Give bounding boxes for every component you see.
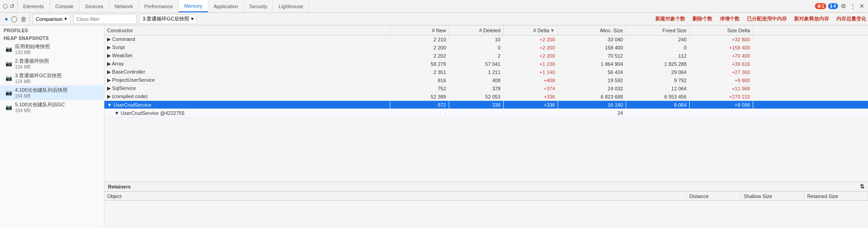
tab-elements[interactable]: Elements bbox=[18, 0, 50, 12]
cell-alloc: 1 864 904 bbox=[558, 60, 626, 68]
cell-new: 816 bbox=[390, 76, 449, 84]
devtools-back-icon[interactable]: ⬡ bbox=[3, 3, 8, 10]
table-row[interactable]: ▶ Script 2 200 0 +2 200 158 400 0 +158 4… bbox=[104, 44, 868, 52]
cell-alloc: 33 040 bbox=[558, 35, 626, 43]
cell-deleted: 10 bbox=[449, 35, 504, 43]
cell-deleted: 336 bbox=[449, 101, 504, 109]
cell-constructor: ▶ Script bbox=[104, 44, 390, 51]
cell-constructor: ▶ Array bbox=[104, 60, 390, 68]
th-size-delta[interactable]: Size Delta bbox=[690, 25, 753, 35]
stop-icon[interactable]: ◯ bbox=[11, 15, 18, 22]
table-row[interactable]: ▶ ProjectUserService 816 408 +408 19 592… bbox=[104, 76, 868, 84]
rth-object: Object bbox=[104, 192, 687, 200]
cell-deleted bbox=[449, 109, 504, 117]
cell-size-delta bbox=[690, 109, 753, 117]
snapshot-size-1: 133 MB bbox=[15, 50, 50, 55]
cell-new: 52 389 bbox=[390, 93, 449, 100]
cell-new: 2 210 bbox=[390, 35, 449, 43]
rth-retained: Retained Size bbox=[804, 192, 868, 200]
cell-constructor: ▼ UserCrudService bbox=[104, 101, 390, 109]
cell-size-delta: +70 400 bbox=[690, 52, 753, 59]
cell-new: · bbox=[390, 109, 449, 117]
sidebar-item-snapshot-1[interactable]: 📷 应用初始堆快照 133 MB bbox=[0, 42, 104, 56]
snapshot-icon-1: 📷 bbox=[5, 46, 12, 52]
class-filter-input[interactable] bbox=[73, 14, 137, 24]
sidebar-item-snapshot-3[interactable]: 📷 3.普通循环GC后快照 134 MB bbox=[0, 71, 104, 85]
devtools-top-bar: ⬡ ↺ Elements Console Sources Network Per… bbox=[0, 0, 868, 13]
snapshot-icon-5: 📷 bbox=[5, 104, 12, 110]
cell-size-delta: +11 968 bbox=[690, 84, 753, 92]
th-alloc[interactable]: Alloc. Size bbox=[558, 25, 626, 35]
cell-delta: +408 bbox=[504, 76, 558, 84]
cell-size-delta: +32 800 bbox=[690, 35, 753, 43]
cell-alloc: 56 424 bbox=[558, 68, 626, 76]
cell-freed: 9 792 bbox=[626, 76, 690, 84]
devtools-forward-icon[interactable]: ↺ bbox=[10, 3, 15, 10]
settings-icon[interactable]: ⚙ bbox=[840, 2, 847, 10]
table-row[interactable]: ▼ UserCrudService 672 336 +336 16 160 8 … bbox=[104, 101, 868, 109]
tab-performance[interactable]: Performance bbox=[139, 0, 179, 12]
col-label-delta: 净增个数 bbox=[720, 15, 740, 22]
tab-memory[interactable]: Memory bbox=[179, 0, 208, 12]
cell-alloc: 70 512 bbox=[558, 52, 626, 59]
th-deleted[interactable]: # Deleted bbox=[449, 25, 504, 35]
cell-alloc: 6 823 688 bbox=[558, 93, 626, 100]
more-icon[interactable]: ⋮ bbox=[849, 2, 857, 10]
cell-freed: 1 825 288 bbox=[626, 60, 690, 68]
tab-application[interactable]: Application bbox=[208, 0, 244, 12]
retainers-title: Retainers bbox=[108, 184, 131, 189]
snapshot-name-4: 4.100次创建队列后快照 bbox=[15, 87, 68, 94]
col-label-freed: 新对象释放内存 bbox=[794, 15, 829, 22]
cell-freed: 240 bbox=[626, 35, 690, 43]
cell-delta: +2 200 bbox=[504, 35, 558, 43]
sidebar-item-snapshot-4[interactable]: 📷 4.100次创建队列后快照 164 MB bbox=[0, 85, 104, 100]
tab-network[interactable]: Network bbox=[109, 0, 139, 12]
table-row[interactable]: ▶ Command 2 210 10 +2 200 33 040 240 +32… bbox=[104, 35, 868, 44]
comparison-dropdown[interactable]: Comparison ▾ bbox=[33, 14, 70, 24]
cell-new: 2 200 bbox=[390, 44, 449, 51]
table-row[interactable]: ▶ (compiled code) 52 389 52 053 +336 6 8… bbox=[104, 93, 868, 101]
table-row[interactable]: ▶ WeakSet 2 202 2 +2 200 70 512 112 +70 … bbox=[104, 52, 868, 60]
cell-deleted: 408 bbox=[449, 76, 504, 84]
rth-distance: Distance bbox=[687, 192, 741, 200]
top-right-controls: ⊗1 ℹ4 ⚙ ⋮ ✕ bbox=[812, 2, 868, 10]
cell-constructor: ▶ (compiled code) bbox=[104, 93, 390, 100]
cell-size-delta: +9 800 bbox=[690, 76, 753, 84]
th-delta[interactable]: # Delta ▼ bbox=[504, 25, 558, 35]
cell-delta: +336 bbox=[504, 101, 558, 109]
cell-deleted: 378 bbox=[449, 84, 504, 92]
rth-shallow: Shallow Size bbox=[741, 192, 804, 200]
cell-new: 752 bbox=[390, 84, 449, 92]
tab-console[interactable]: Console bbox=[50, 0, 79, 12]
memory-toolbar: ● ◯ 🗑 Comparison ▾ 3.普通循环GC后快照 ▾ 新建对象个数 … bbox=[0, 13, 868, 25]
th-freed[interactable]: Freed Size bbox=[626, 25, 690, 35]
table-row[interactable]: ▶ Array 58 279 57 041 +1 238 1 864 904 1… bbox=[104, 60, 868, 68]
close-icon[interactable]: ✕ bbox=[858, 2, 865, 10]
retainers-area: Retainers ⇅ Object Distance Shallow Size… bbox=[104, 182, 868, 228]
table-row[interactable]: ▶ BaseController 2 351 1 211 +1 140 56 4… bbox=[104, 68, 868, 76]
delete-icon[interactable]: 🗑 bbox=[20, 15, 27, 23]
table-row[interactable]: ▼ UserCrudService @4222755 · 24 bbox=[104, 109, 868, 117]
tab-lighthouse[interactable]: Lighthouse bbox=[273, 0, 309, 12]
sidebar-item-snapshot-2[interactable]: 📷 2.普通循环快照 134 MB bbox=[0, 56, 104, 71]
th-constructor[interactable]: Constructor bbox=[104, 25, 390, 35]
retainers-expand-icon[interactable]: ⇅ bbox=[860, 183, 864, 190]
cell-size-delta: +27 360 bbox=[690, 68, 753, 76]
snapshot-selector[interactable]: 3.普通循环GC后快照 ▾ bbox=[139, 14, 197, 24]
heap-snapshots-label: HEAP SNAPSHOTS bbox=[0, 34, 104, 42]
snapshot-icon-3: 📷 bbox=[5, 75, 12, 81]
cell-delta: +374 bbox=[504, 84, 558, 92]
cell-deleted: 0 bbox=[449, 44, 504, 51]
col-label-deleted: 删除个数 bbox=[692, 15, 712, 22]
sidebar-item-snapshot-5[interactable]: 📷 5.100次创建队列后GC 164 MB bbox=[0, 100, 104, 114]
cell-freed: 112 bbox=[626, 52, 690, 59]
tab-security[interactable]: Security bbox=[244, 0, 273, 12]
tab-sources[interactable]: Sources bbox=[79, 0, 109, 12]
table-row[interactable]: ▶ SqlService 752 378 +374 24 032 12 064 … bbox=[104, 84, 868, 93]
cell-delta: +2 200 bbox=[504, 52, 558, 59]
table-body: ▶ Command 2 210 10 +2 200 33 040 240 +32… bbox=[104, 35, 868, 182]
sort-indicator: ▼ bbox=[550, 28, 555, 33]
record-icon[interactable]: ● bbox=[5, 15, 8, 22]
col-label-size-delta: 内存总量变化 bbox=[836, 15, 866, 22]
th-new[interactable]: # New bbox=[390, 25, 449, 35]
